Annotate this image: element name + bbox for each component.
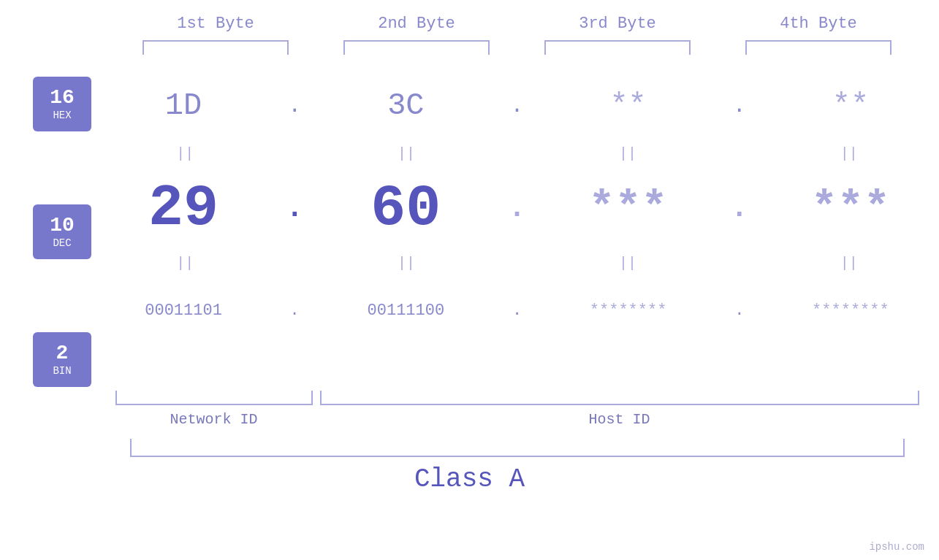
bottom-section: Network ID Host ID — [115, 391, 919, 428]
byte-header-4: 4th Byte — [738, 15, 899, 33]
bracket-network — [115, 391, 313, 405]
labels-column: 16 HEX 10 DEC 2 BIN — [0, 77, 95, 387]
data-rows: 1D . 3C . ** . ** || || || || 29 — [95, 77, 939, 340]
top-brackets — [115, 40, 919, 55]
hex-row: 1D . 3C . ** . ** — [95, 77, 939, 135]
dec-byte-4: *** — [770, 183, 931, 233]
hex-byte-4: ** — [770, 88, 931, 123]
dec-dot-1: . — [280, 192, 309, 225]
bin-row: 00011101 . 00111100 . ******** . *******… — [95, 281, 939, 340]
watermark: ipshu.com — [869, 541, 924, 553]
hex-dot-1: . — [280, 93, 309, 118]
bin-byte-1: 00011101 — [103, 302, 264, 320]
id-labels-row: Network ID Host ID — [115, 411, 919, 428]
hex-byte-3: ** — [548, 88, 709, 123]
equals-4: || — [769, 145, 930, 162]
byte-headers: 1st Byte 2nd Byte 3rd Byte 4th Byte — [115, 15, 919, 33]
bin-byte-2: 00111100 — [325, 302, 486, 320]
dec-row: 29 . 60 . *** . *** — [95, 172, 939, 245]
bin-badge: 2 BIN — [33, 332, 91, 387]
dec-byte-1: 29 — [103, 175, 264, 242]
dec-badge-num: 10 — [50, 215, 75, 237]
bracket-host — [320, 391, 919, 405]
bracket-top-2 — [343, 40, 490, 55]
network-id-label: Network ID — [115, 411, 313, 428]
dec-byte-2: 60 — [325, 175, 486, 242]
equals-3: || — [547, 145, 708, 162]
bin-dot-1: . — [280, 302, 309, 320]
hex-byte-2: 3C — [325, 88, 486, 123]
equals-1: || — [104, 145, 265, 162]
class-label: Class A — [0, 464, 939, 494]
class-bracket — [130, 439, 905, 457]
equals2-1: || — [104, 255, 265, 272]
bin-byte-4: ******** — [770, 302, 931, 320]
equals2-3: || — [547, 255, 708, 272]
bin-dot-3: . — [725, 302, 754, 320]
bin-badge-num: 2 — [56, 342, 69, 365]
bin-badge-label: BIN — [53, 365, 71, 377]
equals-row-1: || || || || — [95, 135, 939, 172]
main-content: 16 HEX 10 DEC 2 BIN 1D . 3C . — [0, 77, 939, 387]
byte-header-3: 3rd Byte — [537, 15, 698, 33]
bracket-top-1 — [142, 40, 289, 55]
host-id-label: Host ID — [320, 411, 919, 428]
equals-row-2: || || || || — [95, 245, 939, 281]
hex-dot-3: . — [725, 93, 754, 118]
dec-dot-3: . — [725, 192, 754, 225]
dec-dot-2: . — [502, 192, 531, 225]
dec-badge: 10 DEC — [33, 204, 91, 259]
byte-header-1: 1st Byte — [135, 15, 296, 33]
hex-byte-1: 1D — [103, 88, 264, 123]
main-container: 1st Byte 2nd Byte 3rd Byte 4th Byte 16 H… — [0, 0, 939, 560]
bracket-top-3 — [544, 40, 691, 55]
hex-badge-num: 16 — [50, 87, 75, 110]
dec-badge-label: DEC — [53, 237, 71, 249]
equals2-4: || — [769, 255, 930, 272]
hex-badge-label: HEX — [53, 110, 71, 121]
byte-header-2: 2nd Byte — [336, 15, 497, 33]
hex-dot-2: . — [502, 93, 531, 118]
bin-byte-3: ******** — [548, 302, 709, 320]
equals-2: || — [326, 145, 487, 162]
bottom-brackets — [115, 391, 919, 405]
bracket-top-4 — [745, 40, 892, 55]
hex-badge: 16 HEX — [33, 77, 91, 131]
dec-byte-3: *** — [548, 183, 709, 233]
equals2-2: || — [326, 255, 487, 272]
bin-dot-2: . — [502, 302, 531, 320]
